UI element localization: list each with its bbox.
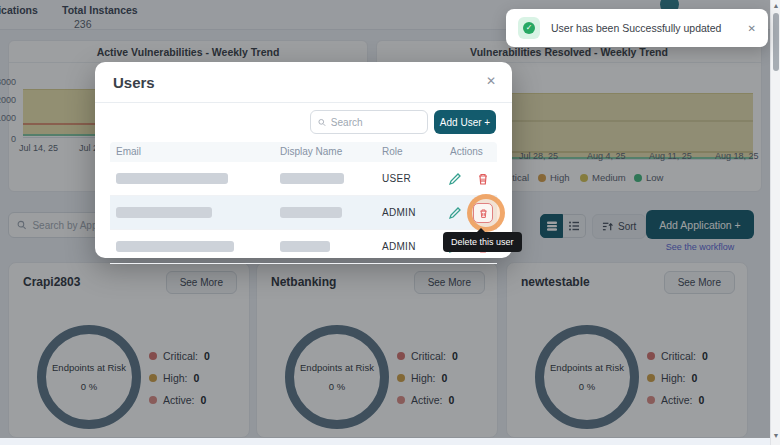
close-icon[interactable]: ✕ (486, 74, 496, 88)
check-icon: ✓ (523, 22, 535, 34)
delete-user-button[interactable] (473, 203, 493, 223)
users-table: Email Display Name Role Actions USER ADM… (110, 142, 497, 264)
redacted-email (116, 173, 228, 184)
role-value: USER (382, 173, 411, 184)
edit-icon[interactable] (448, 206, 462, 220)
delete-tooltip: Delete this user (443, 232, 522, 252)
redacted-email (116, 241, 234, 252)
redacted-email (116, 207, 212, 218)
table-row: USER (110, 162, 497, 196)
role-value: ADMIN (382, 207, 416, 218)
redacted-display-name (280, 241, 330, 252)
scroll-up-arrow[interactable]: ▲ (771, 2, 780, 9)
add-user-button[interactable]: Add User + (434, 110, 496, 134)
dashboard-screen: Total Applications Total Instances 236 A… (0, 0, 780, 445)
column-header-actions: Actions (450, 146, 483, 157)
redacted-display-name (280, 207, 342, 218)
toast-close-icon[interactable]: ✕ (748, 23, 756, 34)
toast-message: User has been Successfully updated (551, 22, 737, 34)
column-header-email: Email (116, 146, 141, 157)
role-value: ADMIN (382, 241, 416, 252)
scrollbar-thumb[interactable] (773, 13, 779, 71)
modal-divider (95, 102, 512, 103)
success-toast: ✓ User has been Successfully updated ✕ (506, 9, 768, 47)
page-bottom-strip (0, 438, 780, 445)
vertical-scrollbar[interactable]: ▲ ▼ (770, 0, 780, 445)
success-icon-box: ✓ (518, 17, 540, 39)
users-modal: Users ✕ Add User + Email Display Name Ro… (95, 62, 512, 258)
column-header-role: Role (382, 146, 403, 157)
column-header-display-name: Display Name (280, 146, 342, 157)
scroll-down-arrow[interactable]: ▼ (771, 432, 780, 439)
delete-icon (478, 208, 489, 219)
user-search-input[interactable] (310, 110, 428, 134)
redacted-display-name (280, 173, 344, 184)
delete-icon[interactable] (476, 172, 490, 186)
users-table-header: Email Display Name Role Actions (110, 142, 497, 162)
edit-icon[interactable] (448, 172, 462, 186)
user-search-field[interactable] (331, 117, 420, 128)
search-icon (318, 118, 326, 127)
table-row: ADMIN (110, 196, 497, 230)
modal-title: Users (113, 74, 155, 91)
table-row: ADMIN (110, 230, 497, 264)
